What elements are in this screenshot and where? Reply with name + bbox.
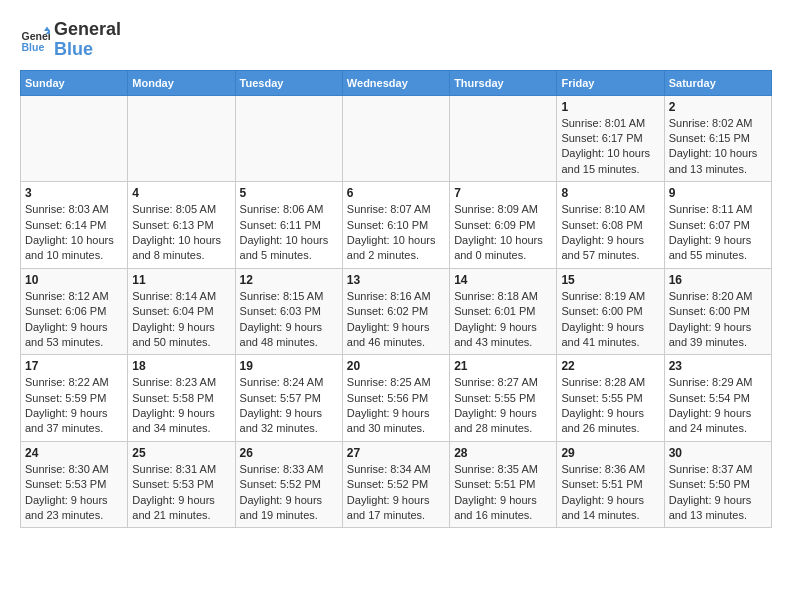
day-info: Sunrise: 8:33 AM Sunset: 5:52 PM Dayligh…: [240, 462, 338, 524]
day-number: 30: [669, 446, 767, 460]
calendar-cell: 11Sunrise: 8:14 AM Sunset: 6:04 PM Dayli…: [128, 268, 235, 355]
day-number: 20: [347, 359, 445, 373]
weekday-header-friday: Friday: [557, 70, 664, 95]
day-number: 26: [240, 446, 338, 460]
calendar-cell: 20Sunrise: 8:25 AM Sunset: 5:56 PM Dayli…: [342, 355, 449, 442]
day-number: 27: [347, 446, 445, 460]
day-number: 11: [132, 273, 230, 287]
day-number: 15: [561, 273, 659, 287]
day-info: Sunrise: 8:10 AM Sunset: 6:08 PM Dayligh…: [561, 202, 659, 264]
day-info: Sunrise: 8:20 AM Sunset: 6:00 PM Dayligh…: [669, 289, 767, 351]
weekday-header-monday: Monday: [128, 70, 235, 95]
day-number: 1: [561, 100, 659, 114]
calendar-week-row: 3Sunrise: 8:03 AM Sunset: 6:14 PM Daylig…: [21, 182, 772, 269]
calendar-cell: 4Sunrise: 8:05 AM Sunset: 6:13 PM Daylig…: [128, 182, 235, 269]
calendar-cell: 22Sunrise: 8:28 AM Sunset: 5:55 PM Dayli…: [557, 355, 664, 442]
day-info: Sunrise: 8:07 AM Sunset: 6:10 PM Dayligh…: [347, 202, 445, 264]
day-info: Sunrise: 8:35 AM Sunset: 5:51 PM Dayligh…: [454, 462, 552, 524]
calendar-cell: 10Sunrise: 8:12 AM Sunset: 6:06 PM Dayli…: [21, 268, 128, 355]
day-number: 17: [25, 359, 123, 373]
logo: General Blue GeneralBlue: [20, 20, 121, 60]
day-info: Sunrise: 8:14 AM Sunset: 6:04 PM Dayligh…: [132, 289, 230, 351]
day-info: Sunrise: 8:06 AM Sunset: 6:11 PM Dayligh…: [240, 202, 338, 264]
calendar-cell: 26Sunrise: 8:33 AM Sunset: 5:52 PM Dayli…: [235, 441, 342, 528]
logo-text-line1: GeneralBlue: [54, 20, 121, 60]
weekday-header-wednesday: Wednesday: [342, 70, 449, 95]
day-info: Sunrise: 8:36 AM Sunset: 5:51 PM Dayligh…: [561, 462, 659, 524]
day-number: 19: [240, 359, 338, 373]
calendar-cell: 15Sunrise: 8:19 AM Sunset: 6:00 PM Dayli…: [557, 268, 664, 355]
day-info: Sunrise: 8:15 AM Sunset: 6:03 PM Dayligh…: [240, 289, 338, 351]
calendar-cell: 1Sunrise: 8:01 AM Sunset: 6:17 PM Daylig…: [557, 95, 664, 182]
day-number: 8: [561, 186, 659, 200]
day-info: Sunrise: 8:02 AM Sunset: 6:15 PM Dayligh…: [669, 116, 767, 178]
weekday-header-thursday: Thursday: [450, 70, 557, 95]
calendar-cell: 3Sunrise: 8:03 AM Sunset: 6:14 PM Daylig…: [21, 182, 128, 269]
day-number: 6: [347, 186, 445, 200]
day-number: 22: [561, 359, 659, 373]
calendar-cell: 28Sunrise: 8:35 AM Sunset: 5:51 PM Dayli…: [450, 441, 557, 528]
calendar-cell: 18Sunrise: 8:23 AM Sunset: 5:58 PM Dayli…: [128, 355, 235, 442]
calendar-cell: [128, 95, 235, 182]
calendar-table: SundayMondayTuesdayWednesdayThursdayFrid…: [20, 70, 772, 529]
page-header: General Blue GeneralBlue: [20, 20, 772, 60]
calendar-cell: 29Sunrise: 8:36 AM Sunset: 5:51 PM Dayli…: [557, 441, 664, 528]
day-number: 24: [25, 446, 123, 460]
weekday-header-sunday: Sunday: [21, 70, 128, 95]
day-info: Sunrise: 8:22 AM Sunset: 5:59 PM Dayligh…: [25, 375, 123, 437]
day-number: 23: [669, 359, 767, 373]
day-info: Sunrise: 8:30 AM Sunset: 5:53 PM Dayligh…: [25, 462, 123, 524]
day-info: Sunrise: 8:11 AM Sunset: 6:07 PM Dayligh…: [669, 202, 767, 264]
calendar-cell: 23Sunrise: 8:29 AM Sunset: 5:54 PM Dayli…: [664, 355, 771, 442]
day-number: 10: [25, 273, 123, 287]
calendar-cell: 6Sunrise: 8:07 AM Sunset: 6:10 PM Daylig…: [342, 182, 449, 269]
day-number: 7: [454, 186, 552, 200]
calendar-cell: 24Sunrise: 8:30 AM Sunset: 5:53 PM Dayli…: [21, 441, 128, 528]
weekday-header-tuesday: Tuesday: [235, 70, 342, 95]
day-info: Sunrise: 8:09 AM Sunset: 6:09 PM Dayligh…: [454, 202, 552, 264]
calendar-cell: 12Sunrise: 8:15 AM Sunset: 6:03 PM Dayli…: [235, 268, 342, 355]
day-number: 2: [669, 100, 767, 114]
day-info: Sunrise: 8:27 AM Sunset: 5:55 PM Dayligh…: [454, 375, 552, 437]
day-number: 29: [561, 446, 659, 460]
calendar-week-row: 1Sunrise: 8:01 AM Sunset: 6:17 PM Daylig…: [21, 95, 772, 182]
day-info: Sunrise: 8:03 AM Sunset: 6:14 PM Dayligh…: [25, 202, 123, 264]
calendar-cell: 2Sunrise: 8:02 AM Sunset: 6:15 PM Daylig…: [664, 95, 771, 182]
day-number: 21: [454, 359, 552, 373]
calendar-week-row: 17Sunrise: 8:22 AM Sunset: 5:59 PM Dayli…: [21, 355, 772, 442]
day-info: Sunrise: 8:12 AM Sunset: 6:06 PM Dayligh…: [25, 289, 123, 351]
logo-icon: General Blue: [20, 25, 50, 55]
calendar-cell: 19Sunrise: 8:24 AM Sunset: 5:57 PM Dayli…: [235, 355, 342, 442]
day-number: 4: [132, 186, 230, 200]
day-number: 13: [347, 273, 445, 287]
calendar-week-row: 24Sunrise: 8:30 AM Sunset: 5:53 PM Dayli…: [21, 441, 772, 528]
day-info: Sunrise: 8:18 AM Sunset: 6:01 PM Dayligh…: [454, 289, 552, 351]
day-number: 14: [454, 273, 552, 287]
calendar-cell: [342, 95, 449, 182]
day-info: Sunrise: 8:37 AM Sunset: 5:50 PM Dayligh…: [669, 462, 767, 524]
day-info: Sunrise: 8:24 AM Sunset: 5:57 PM Dayligh…: [240, 375, 338, 437]
day-info: Sunrise: 8:16 AM Sunset: 6:02 PM Dayligh…: [347, 289, 445, 351]
day-info: Sunrise: 8:23 AM Sunset: 5:58 PM Dayligh…: [132, 375, 230, 437]
day-info: Sunrise: 8:19 AM Sunset: 6:00 PM Dayligh…: [561, 289, 659, 351]
calendar-cell: 25Sunrise: 8:31 AM Sunset: 5:53 PM Dayli…: [128, 441, 235, 528]
calendar-cell: 13Sunrise: 8:16 AM Sunset: 6:02 PM Dayli…: [342, 268, 449, 355]
day-info: Sunrise: 8:28 AM Sunset: 5:55 PM Dayligh…: [561, 375, 659, 437]
day-number: 25: [132, 446, 230, 460]
calendar-week-row: 10Sunrise: 8:12 AM Sunset: 6:06 PM Dayli…: [21, 268, 772, 355]
day-info: Sunrise: 8:05 AM Sunset: 6:13 PM Dayligh…: [132, 202, 230, 264]
calendar-cell: [235, 95, 342, 182]
day-info: Sunrise: 8:34 AM Sunset: 5:52 PM Dayligh…: [347, 462, 445, 524]
day-info: Sunrise: 8:25 AM Sunset: 5:56 PM Dayligh…: [347, 375, 445, 437]
weekday-header-row: SundayMondayTuesdayWednesdayThursdayFrid…: [21, 70, 772, 95]
day-info: Sunrise: 8:01 AM Sunset: 6:17 PM Dayligh…: [561, 116, 659, 178]
day-number: 5: [240, 186, 338, 200]
svg-marker-2: [44, 26, 50, 31]
day-number: 28: [454, 446, 552, 460]
calendar-cell: 8Sunrise: 8:10 AM Sunset: 6:08 PM Daylig…: [557, 182, 664, 269]
calendar-cell: 21Sunrise: 8:27 AM Sunset: 5:55 PM Dayli…: [450, 355, 557, 442]
calendar-cell: 27Sunrise: 8:34 AM Sunset: 5:52 PM Dayli…: [342, 441, 449, 528]
calendar-cell: [21, 95, 128, 182]
calendar-cell: 14Sunrise: 8:18 AM Sunset: 6:01 PM Dayli…: [450, 268, 557, 355]
day-number: 9: [669, 186, 767, 200]
